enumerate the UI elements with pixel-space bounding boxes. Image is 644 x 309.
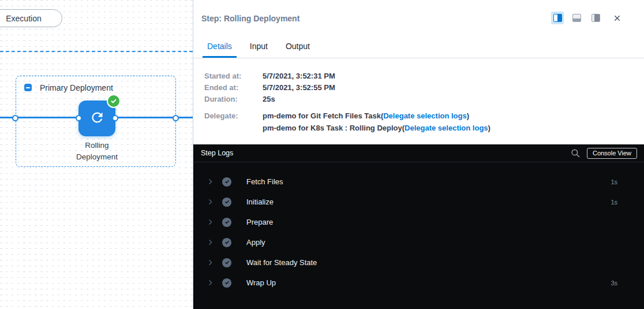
log-step-name: Apply [246, 238, 265, 247]
panel-tabs: Details Input Output [203, 36, 323, 56]
detail-label: Started at: [204, 72, 263, 80]
check-circle-icon [222, 258, 231, 267]
log-step-name: Fetch Files [246, 177, 283, 186]
delegate-text: pm-demo for Git Fetch Files Task( [263, 111, 383, 120]
log-row-apply[interactable]: Apply [193, 232, 644, 252]
log-step-name: Wait for Steady State [246, 258, 317, 267]
log-row-fetch-files[interactable]: Fetch Files 1s [193, 172, 644, 192]
search-icon[interactable] [568, 146, 582, 160]
detail-value: 5/7/2021, 3:52:31 PM [263, 72, 335, 80]
chevron-right-icon[interactable] [207, 239, 215, 247]
tab-input[interactable]: Input [245, 36, 272, 56]
log-step-duration: 1s [611, 199, 617, 206]
console-view-button[interactable]: Console View [587, 148, 637, 159]
detail-label: Duration: [204, 95, 263, 103]
execution-screen: Execution Primary Deployment Rolling Dep… [0, 0, 644, 309]
connector-dot [12, 115, 18, 121]
log-row-prepare[interactable]: Prepare [193, 212, 644, 232]
step-node-caption: Rolling Deployment [55, 140, 138, 163]
minus-square-icon[interactable] [24, 84, 32, 91]
chevron-right-icon[interactable] [207, 259, 215, 267]
split-right-icon[interactable] [551, 12, 564, 24]
check-circle-icon [222, 218, 231, 227]
delegate-line: pm-demo for Git Fetch Files Task(Delegat… [263, 110, 491, 122]
check-circle-icon [222, 238, 231, 247]
step-node-caption-line1: Rolling [55, 140, 138, 151]
chevron-right-icon[interactable] [207, 218, 215, 226]
check-circle-icon [222, 278, 231, 288]
tabs-divider [193, 58, 644, 58]
success-check-icon [107, 94, 121, 108]
delegate-line: pm-demo for K8s Task : Rolling Deploy(De… [263, 122, 491, 134]
step-logs-title: Step Logs [201, 149, 233, 157]
log-row-wrap-up[interactable]: Wrap Up 3s [193, 273, 644, 293]
pipeline-canvas[interactable]: Execution Primary Deployment Rolling Dep… [0, 0, 193, 309]
log-step-name: Prepare [246, 218, 273, 226]
detail-row-delegate: Delegate: pm-demo for Git Fetch Files Ta… [204, 110, 491, 134]
tab-details[interactable]: Details [203, 36, 237, 56]
delegate-selection-logs-link[interactable]: Delegate selection logs [383, 111, 467, 120]
detail-row-duration: Duration: 25s [204, 93, 491, 105]
chevron-right-icon[interactable] [207, 178, 215, 186]
step-logs-panel: Step Logs Console View Fetch Files 1s [193, 144, 644, 309]
panel-right-icon[interactable] [589, 12, 602, 24]
delegate-text: ) [488, 124, 491, 132]
detail-label: Ended at: [204, 83, 263, 92]
step-logs-header: Step Logs Console View [193, 144, 644, 162]
connector-dot [173, 115, 179, 121]
connector-dot [76, 115, 82, 121]
stage-group-dashed-line [0, 51, 193, 52]
delegate-text: ) [467, 111, 469, 120]
split-bottom-icon[interactable] [570, 12, 583, 24]
detail-value: 25s [263, 95, 275, 103]
detail-row-ended: Ended at: 5/7/2021, 3:52:55 PM [204, 81, 491, 93]
log-rows: Fetch Files 1s Initialize 1s Prepare [193, 162, 644, 293]
log-step-duration: 3s [611, 280, 617, 286]
step-node-caption-line2: Deployment [55, 151, 138, 163]
log-step-name: Initialize [246, 198, 274, 206]
refresh-icon [89, 110, 105, 128]
log-row-initialize[interactable]: Initialize 1s [193, 192, 644, 212]
log-step-duration: 1s [611, 178, 617, 185]
delegate-text: pm-demo for K8s Task : Rolling Deploy( [263, 124, 405, 132]
log-row-wait-for-steady-state[interactable]: Wait for Steady State [193, 252, 644, 273]
log-step-name: Wrap Up [246, 278, 276, 287]
connector-dot [112, 115, 118, 121]
detail-value: 5/7/2021, 3:52:55 PM [263, 83, 335, 92]
tab-output[interactable]: Output [281, 36, 314, 56]
panel-title: Step: Rolling Deployment [201, 14, 299, 23]
detail-label: Delegate: [204, 110, 263, 122]
chevron-right-icon[interactable] [207, 279, 215, 287]
chevron-right-icon[interactable] [207, 198, 215, 206]
delegate-selection-logs-link[interactable]: Delegate selection logs [405, 124, 488, 132]
step-details-panel: Step: Rolling Deployment Details Input O… [193, 0, 644, 309]
execution-tab-label: Execution [6, 14, 41, 23]
stage-label: Primary Deployment [40, 83, 113, 92]
check-circle-icon [222, 198, 231, 207]
check-circle-icon [222, 177, 231, 187]
details-section: Started at: 5/7/2021, 3:52:31 PM Ended a… [204, 70, 491, 134]
panel-layout-controls [551, 12, 623, 24]
detail-row-started: Started at: 5/7/2021, 3:52:31 PM [204, 70, 491, 81]
close-icon[interactable] [611, 12, 623, 24]
execution-tab[interactable]: Execution [0, 9, 62, 27]
